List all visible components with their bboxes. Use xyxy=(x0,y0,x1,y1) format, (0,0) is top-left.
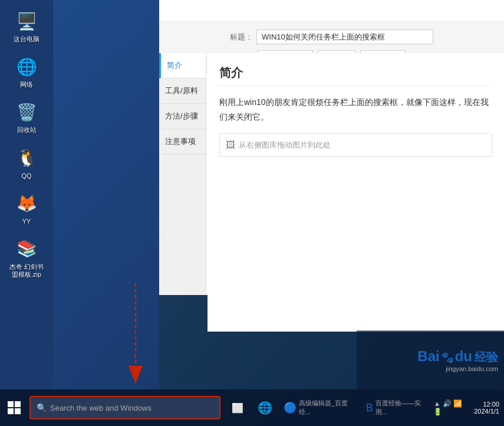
baidu-logo-text2: du xyxy=(455,348,472,365)
image-icon: 🖼 xyxy=(226,140,235,150)
task-view-button[interactable]: ⬜ xyxy=(225,389,250,426)
image-upload-area[interactable]: 🖼 从右侧图库拖动图片到此处 xyxy=(219,133,492,157)
search-icon: 🔍 xyxy=(37,403,47,412)
book-label: 杰奇 幻剑书盟模板.zip xyxy=(9,263,44,278)
this-pc-label: 这台电脑 xyxy=(14,35,39,43)
start-button[interactable] xyxy=(0,389,28,426)
chrome-button[interactable]: 🌐 xyxy=(252,389,277,426)
nav-item-intro[interactable]: 简介 xyxy=(159,53,206,78)
img-placeholder-text: 从右侧图库拖动图片到此处 xyxy=(239,140,331,150)
nav-item-method[interactable]: 方法/步骤 xyxy=(159,104,206,129)
baidu-watermark: Bai 🐾 du 经验 jingyan.baidu.com xyxy=(357,330,504,389)
desktop-sidebar: 🖥️ 这台电脑 🌐 网络 🗑️ 回收站 🐧 QQ 🦊 YY 📚 杰奇 幻剑书盟模… xyxy=(0,0,53,389)
tray-time: 12:002024/1/1 xyxy=(474,401,499,415)
chrome-icon: 🌐 xyxy=(258,401,272,415)
desktop-icon-yy[interactable]: 🦊 YY xyxy=(3,188,50,229)
desktop: 🖥️ 这台电脑 🌐 网络 🗑️ 回收站 🐧 QQ 🦊 YY 📚 杰奇 幻剑书盟模… xyxy=(0,0,504,426)
windows-logo-icon xyxy=(8,401,21,414)
system-tray: ▲ 🔊 📶 🔋 12:002024/1/1 xyxy=(433,399,504,416)
article-nav: 简介 工具/原料 方法/步骤 注意事项 xyxy=(159,53,206,295)
article-body: 简介 刚用上win10的朋友肯定很烦任务栏上面的搜索框，就像下面这样，现在我们来… xyxy=(207,53,504,332)
desktop-main-area xyxy=(53,0,159,389)
baidu-logo-text: Bai xyxy=(417,348,439,365)
search-box[interactable]: 🔍 Search the web and Windows xyxy=(31,397,219,418)
network-icon: 🌐 xyxy=(15,55,38,78)
baidu-editor-label: 高级编辑器_百度经... xyxy=(299,399,357,417)
search-placeholder-text: Search the web and Windows xyxy=(50,404,151,412)
this-pc-icon: 🖥️ xyxy=(15,9,38,33)
task-view-icon: ⬜ xyxy=(232,402,243,414)
baidu-jingyan-button[interactable]: B 百度经验——实用... xyxy=(363,389,434,426)
baidu-editor-icon: 🔵 xyxy=(284,401,297,414)
taskbar-icons: ⬜ 🌐 🔵 高级编辑器_百度经... B 百度经验——实用... xyxy=(225,389,433,426)
yy-label: YY xyxy=(22,218,31,225)
recycle-icon: 🗑️ xyxy=(15,100,38,124)
desktop-icon-book[interactable]: 📚 杰奇 幻剑书盟模板.zip xyxy=(3,234,50,282)
yy-icon: 🦊 xyxy=(15,192,38,215)
book-icon: 📚 xyxy=(15,237,38,261)
article-body-text: 刚用上win10的朋友肯定很烦任务栏上面的搜索框，就像下面这样，现在我们来关闭它… xyxy=(219,95,492,124)
taskbar: 🔍 Search the web and Windows ⬜ 🌐 🔵 高级编辑器… xyxy=(0,389,504,426)
network-label: 网络 xyxy=(20,81,33,89)
title-row: 标题： xyxy=(171,30,492,44)
nav-item-tools[interactable]: 工具/原料 xyxy=(159,78,206,104)
baidu-brand: 经验 xyxy=(475,349,498,365)
desktop-icon-recycle[interactable]: 🗑️ 回收站 xyxy=(3,97,50,137)
desktop-icon-this-pc[interactable]: 🖥️ 这台电脑 xyxy=(3,6,50,47)
tray-icons: ▲ 🔊 📶 🔋 xyxy=(433,399,470,416)
nav-item-notes[interactable]: 注意事项 xyxy=(159,129,206,155)
title-label: 标题： xyxy=(230,32,253,42)
baidu-jingyan-label: 百度经验——实用... xyxy=(375,399,430,417)
baidu-url: jingyan.baidu.com xyxy=(446,365,498,372)
desktop-icon-network[interactable]: 🌐 网络 xyxy=(3,51,50,92)
qq-label: QQ xyxy=(21,172,31,180)
section-title: 简介 xyxy=(219,65,492,86)
baidu-paw-icon: 🐾 xyxy=(441,351,454,364)
recycle-label: 回收站 xyxy=(17,126,37,134)
desktop-icon-qq[interactable]: 🐧 QQ xyxy=(3,143,50,183)
title-input[interactable] xyxy=(256,30,433,44)
baidu-jingyan-icon: B xyxy=(366,402,373,414)
qq-icon: 🐧 xyxy=(15,146,38,170)
baidu-editor-button[interactable]: 🔵 高级编辑器_百度经... xyxy=(280,389,360,426)
